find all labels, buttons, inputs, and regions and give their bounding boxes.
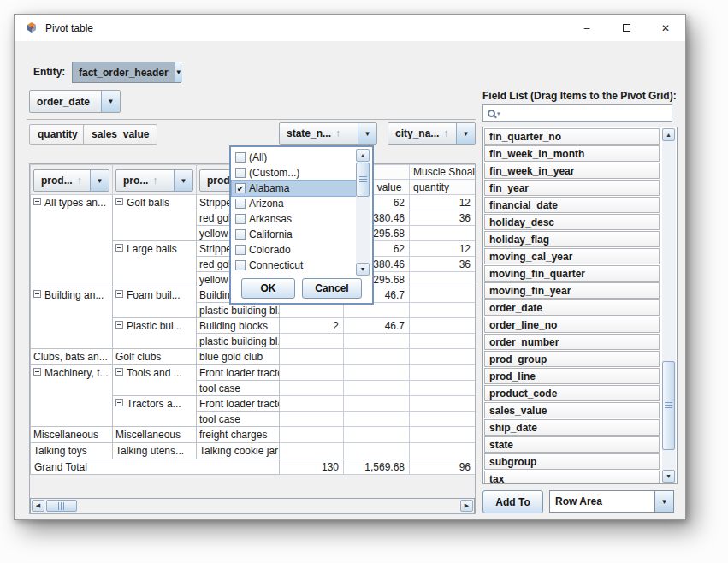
scrollbar-thumb[interactable] xyxy=(46,500,77,512)
field-list-item[interactable]: prod_group xyxy=(484,351,660,367)
scrollbar-thumb[interactable] xyxy=(662,361,675,450)
scroll-up-icon[interactable]: ▲ xyxy=(662,128,675,141)
filter-option[interactable]: Arkansas xyxy=(232,211,357,227)
field-list-item[interactable]: tax xyxy=(484,471,660,484)
product-cell[interactable]: tool case xyxy=(197,412,280,427)
filter-dropdown-icon[interactable]: ▼ xyxy=(90,170,109,191)
field-list-item[interactable]: state xyxy=(484,436,660,453)
collapse-icon[interactable] xyxy=(115,290,123,298)
row-field-order-date-button[interactable]: order_date ▼ xyxy=(29,90,121,113)
checkbox-icon[interactable] xyxy=(235,199,246,209)
minimize-button[interactable]: – xyxy=(567,15,607,41)
field-list-item[interactable]: moving_cal_year xyxy=(484,248,660,264)
checkbox-icon[interactable] xyxy=(235,152,246,163)
area-combobox[interactable]: Row Area ▼ xyxy=(549,490,674,513)
product-cell[interactable]: Front loader tractor xyxy=(197,365,280,381)
filter-dropdown-icon[interactable]: ▼ xyxy=(358,123,376,144)
field-list-item[interactable]: moving_fin_year xyxy=(484,282,660,299)
scroll-up-icon[interactable]: ▲ xyxy=(356,149,370,162)
column-field-state-button[interactable]: state_n... ↑ ▼ xyxy=(279,122,377,145)
field-list-item[interactable]: financial_date xyxy=(484,197,660,213)
group-cell[interactable]: Building an... xyxy=(31,287,113,349)
measure-chip-quantity[interactable]: quantity xyxy=(29,124,86,145)
filter-option[interactable]: (Custom...) xyxy=(232,165,357,181)
collapse-icon[interactable] xyxy=(115,321,123,329)
row-field-header-button[interactable]: prod...↑▼ xyxy=(33,169,109,192)
scroll-down-icon[interactable]: ▼ xyxy=(662,470,675,483)
field-list-item[interactable]: fin_quarter_no xyxy=(484,128,660,145)
product-cell[interactable]: plastic building bl... xyxy=(197,303,280,318)
collapse-icon[interactable] xyxy=(115,198,123,205)
search-options-icon[interactable]: ▾ xyxy=(497,110,500,117)
collapse-icon[interactable] xyxy=(115,244,123,252)
product-cell[interactable]: Building blocks xyxy=(197,318,280,334)
ok-button[interactable]: OK xyxy=(241,278,295,299)
group-cell[interactable]: All types an... xyxy=(31,195,113,287)
maximize-button[interactable] xyxy=(607,15,646,41)
field-list-item[interactable]: holiday_desc xyxy=(484,214,660,230)
checkbox-icon[interactable] xyxy=(235,245,246,255)
checkbox-icon[interactable] xyxy=(235,260,246,270)
filter-option[interactable]: (All) xyxy=(232,150,357,165)
filter-option[interactable]: Arizona xyxy=(232,196,357,211)
column-field-city-button[interactable]: city_na... ↑ ▼ xyxy=(388,122,476,145)
group-cell[interactable]: Machinery, t... xyxy=(31,365,113,427)
group-cell[interactable]: Talking utens... xyxy=(113,443,197,459)
collapse-icon[interactable] xyxy=(33,198,41,205)
chevron-down-icon[interactable]: ▼ xyxy=(175,62,182,82)
field-list-scrollbar[interactable]: ▲ ▼ xyxy=(662,128,676,483)
checkbox-icon[interactable] xyxy=(235,168,246,178)
group-cell[interactable]: Clubs, bats an... xyxy=(31,349,113,365)
product-cell[interactable]: blue gold club xyxy=(197,349,280,365)
filter-dropdown-icon[interactable]: ▼ xyxy=(456,123,475,144)
checkbox-icon[interactable] xyxy=(235,229,246,240)
field-list-item[interactable]: fin_week_in_month xyxy=(484,145,660,162)
filter-option[interactable]: ✔Alabama xyxy=(232,181,357,196)
scroll-right-icon[interactable]: ▶ xyxy=(460,500,473,512)
field-list-item[interactable]: prod_line xyxy=(484,368,660,384)
filter-option[interactable]: Colorado xyxy=(232,242,357,258)
horizontal-scrollbar[interactable]: ◀ ▶ xyxy=(30,498,475,513)
measure-chip-sales-value[interactable]: sales_value xyxy=(83,124,157,145)
product-cell[interactable]: freight charges xyxy=(197,427,280,443)
product-cell[interactable]: plastic building bl... xyxy=(197,334,280,349)
close-button[interactable]: ✕ xyxy=(646,15,685,41)
group-cell[interactable]: Foam buil... xyxy=(113,287,197,318)
field-list-item[interactable]: fin_week_in_year xyxy=(484,163,660,179)
field-search-box[interactable]: ▾ xyxy=(482,104,672,122)
group-cell[interactable]: Talking toys xyxy=(31,443,113,459)
group-cell[interactable]: Large balls xyxy=(113,241,197,287)
field-list-item[interactable]: subgroup xyxy=(484,453,660,470)
group-cell[interactable]: Golf balls xyxy=(113,195,197,241)
product-cell[interactable]: tool case xyxy=(197,381,280,396)
field-list-item[interactable]: order_date xyxy=(484,299,660,316)
scroll-down-icon[interactable]: ▼ xyxy=(356,263,370,276)
collapse-icon[interactable] xyxy=(33,290,41,298)
field-list-item[interactable]: order_number xyxy=(484,334,660,350)
collapse-icon[interactable] xyxy=(115,368,123,376)
field-list-item[interactable]: moving_fin_quarter xyxy=(484,265,660,282)
field-list-item[interactable]: product_code xyxy=(484,385,660,401)
scrollbar-thumb[interactable] xyxy=(356,163,370,197)
checkbox-icon[interactable]: ✔ xyxy=(235,183,246,193)
product-cell[interactable]: Front loader tractor xyxy=(197,396,280,412)
group-cell[interactable]: Miscellaneous xyxy=(113,427,197,443)
cancel-button[interactable]: Cancel xyxy=(302,278,362,299)
field-list-item[interactable]: fin_year xyxy=(484,180,660,196)
filter-option[interactable]: California xyxy=(232,227,357,242)
filter-dropdown-icon[interactable]: ▼ xyxy=(174,170,192,191)
row-field-header-button[interactable]: pro...↑▼ xyxy=(115,169,193,192)
group-cell[interactable]: Plastic bui... xyxy=(113,318,197,349)
field-list-item[interactable]: sales_value xyxy=(484,402,660,418)
field-list-item[interactable]: order_line_no xyxy=(484,317,660,333)
checkbox-icon[interactable] xyxy=(235,214,246,224)
field-list-item[interactable]: holiday_flag xyxy=(484,231,660,247)
group-cell[interactable]: Tractors a... xyxy=(113,396,197,427)
field-list-item[interactable]: ship_date xyxy=(484,419,660,436)
entity-combobox[interactable]: fact_order_header ▼ xyxy=(72,62,181,83)
group-cell[interactable]: Tools and ... xyxy=(113,365,197,396)
add-to-button[interactable]: Add To xyxy=(482,490,543,513)
filter-option[interactable]: Connecticut xyxy=(232,258,357,273)
group-cell[interactable]: Miscellaneous xyxy=(31,427,113,443)
collapse-icon[interactable] xyxy=(115,399,123,406)
